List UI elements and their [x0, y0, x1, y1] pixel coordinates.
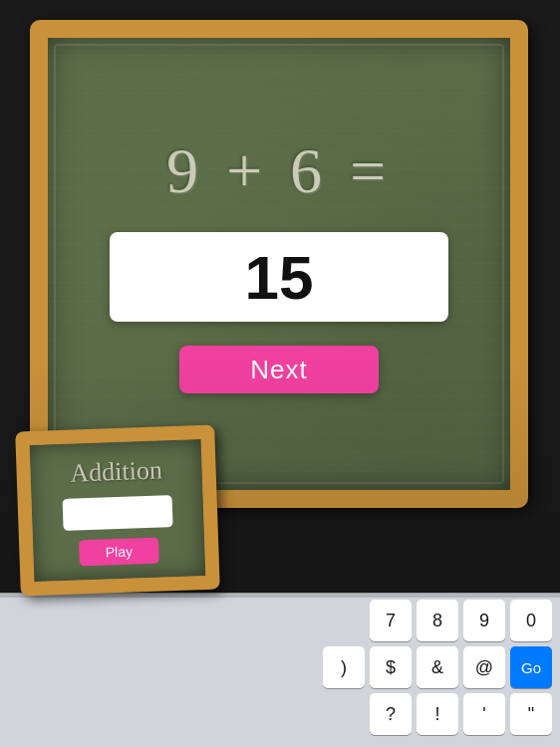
play-button[interactable]: Play: [79, 537, 159, 566]
keyboard: 7 8 9 0 ) $ & @ Go ? ! ' ": [0, 593, 560, 747]
answer-value: 15: [245, 242, 314, 313]
key-exclaim[interactable]: !: [417, 693, 458, 735]
keyboard-row-1: 7 8 9 0: [4, 600, 556, 641]
go-button[interactable]: Go: [510, 646, 552, 688]
key-quote[interactable]: ": [510, 693, 552, 735]
key-8[interactable]: 8: [417, 600, 458, 641]
keyboard-row-2: ) $ & @ Go: [4, 646, 556, 688]
key-0[interactable]: 0: [510, 600, 552, 641]
key-question[interactable]: ?: [370, 693, 412, 735]
math-equation: 9 + 6 =: [166, 134, 392, 208]
small-input-field[interactable]: [63, 495, 173, 531]
key-apostrophe[interactable]: ': [463, 693, 505, 735]
addition-title: Addition: [70, 455, 162, 488]
small-chalkboard: Addition Play: [15, 425, 220, 597]
answer-box: 15: [110, 232, 448, 322]
key-at[interactable]: @: [463, 646, 505, 688]
keyboard-row-3: ? ! ' ": [4, 693, 556, 735]
key-9[interactable]: 9: [463, 600, 505, 641]
key-dollar[interactable]: $: [370, 646, 412, 688]
key-7[interactable]: 7: [370, 600, 412, 641]
key-paren[interactable]: ): [323, 646, 365, 688]
next-button[interactable]: Next: [179, 346, 379, 393]
key-ampersand[interactable]: &: [417, 646, 458, 688]
